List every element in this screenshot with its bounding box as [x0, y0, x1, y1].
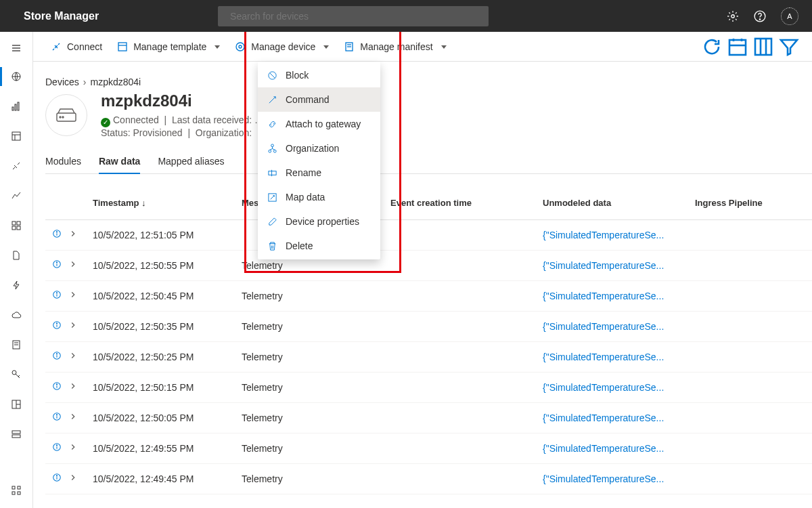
info-icon[interactable]	[52, 412, 62, 423]
table-row[interactable]: 10/5/2022, 12:49:45 PMTelemetry{"Simulat…	[45, 464, 812, 494]
cell-unmodeled[interactable]: {"SimulatedTemperatureSe...	[543, 230, 695, 240]
avatar[interactable]: A	[781, 7, 798, 25]
info-icon[interactable]	[52, 229, 62, 240]
dropdown-command[interactable]: Command	[258, 87, 380, 112]
dropdown-delete[interactable]: Delete	[258, 234, 380, 258]
hamburger-icon[interactable]	[0, 35, 32, 62]
expand-icon[interactable]	[68, 229, 78, 240]
expand-icon[interactable]	[68, 320, 78, 332]
main: Connect Manage template Manage device Ma…	[33, 32, 812, 508]
table-row[interactable]: 10/5/2022, 12:50:35 PMTelemetry{"Simulat…	[45, 312, 812, 342]
info-icon[interactable]	[52, 320, 62, 332]
svg-point-59	[56, 232, 57, 232]
nav-chart[interactable]	[0, 91, 32, 121]
table-row[interactable]: 10/5/2022, 12:50:05 PMTelemetry{"Simulat…	[45, 403, 812, 433]
expand-icon[interactable]	[68, 259, 78, 271]
svg-rect-11	[18, 102, 19, 110]
expand-icon[interactable]	[68, 442, 78, 454]
svg-line-47	[270, 72, 275, 78]
nav-cloud[interactable]	[0, 300, 32, 330]
calendar-button[interactable]	[727, 36, 748, 58]
info-icon[interactable]	[52, 290, 62, 301]
svg-point-35	[239, 45, 242, 48]
info-icon[interactable]	[52, 259, 62, 271]
search-input[interactable]	[230, 11, 482, 22]
connect-button[interactable]: Connect	[45, 37, 108, 56]
table-row[interactable]: 10/5/2022, 12:49:55 PMTelemetry{"Simulat…	[45, 433, 812, 464]
cell-unmodeled[interactable]: {"SimulatedTemperatureSe...	[543, 443, 695, 454]
nav-doc[interactable]	[0, 330, 32, 360]
nav-globe[interactable]	[0, 62, 32, 91]
nav-link[interactable]	[0, 151, 32, 181]
nav-layout[interactable]	[0, 389, 32, 419]
cell-unmodeled[interactable]: {"SimulatedTemperatureSe...	[543, 352, 695, 362]
cell-unmodeled[interactable]: {"SimulatedTemperatureSe...	[543, 321, 695, 332]
col-timestamp[interactable]: Timestamp ↓	[93, 198, 242, 208]
col-event-creation[interactable]: Event creation time	[390, 198, 543, 208]
expand-icon[interactable]	[68, 412, 78, 423]
nav-bolt[interactable]	[0, 270, 32, 300]
chevron-right-icon: ›	[83, 77, 87, 87]
dropdown-attach[interactable]: Attach to gateway	[258, 112, 380, 136]
dropdown-rename[interactable]: Rename	[258, 161, 380, 185]
svg-point-77	[56, 415, 57, 415]
svg-rect-39	[729, 40, 746, 55]
table-row[interactable]: 10/5/2022, 12:50:45 PMTelemetry{"Simulat…	[45, 281, 812, 312]
breadcrumb-root[interactable]: Devices	[45, 77, 79, 87]
svg-point-49	[269, 150, 271, 152]
nav-analytics[interactable]	[0, 181, 32, 211]
cell-type: Telemetry	[242, 382, 390, 393]
nav-key[interactable]	[0, 360, 32, 389]
cell-unmodeled[interactable]: {"SimulatedTemperatureSe...	[543, 291, 695, 301]
help-icon[interactable]	[754, 10, 766, 22]
filter-button[interactable]	[778, 36, 800, 58]
sort-down-icon: ↓	[141, 198, 146, 208]
col-unmodeled[interactable]: Unmodeled data	[543, 198, 695, 208]
dropdown-map-data[interactable]: Map data	[258, 185, 380, 209]
svg-point-2	[731, 14, 735, 18]
cell-type: Telemetry	[242, 412, 390, 423]
nav-server[interactable]	[0, 419, 32, 449]
dropdown-block[interactable]: Block	[258, 63, 380, 87]
info-icon[interactable]	[52, 381, 62, 393]
expand-icon[interactable]	[68, 381, 78, 393]
cell-unmodeled[interactable]: {"SimulatedTemperatureSe...	[543, 382, 695, 393]
refresh-button[interactable]	[701, 36, 723, 58]
nav-apps[interactable]	[0, 475, 32, 505]
info-icon[interactable]	[52, 442, 62, 454]
tab-raw-data[interactable]: Raw data	[99, 150, 140, 173]
cell-type: Telemetry	[242, 321, 390, 332]
info-icon[interactable]	[52, 473, 62, 484]
expand-icon[interactable]	[68, 473, 78, 484]
settings-icon[interactable]	[727, 10, 739, 22]
dropdown-organization[interactable]: Organization	[258, 136, 380, 161]
cell-type: Telemetry	[242, 443, 390, 454]
expand-icon[interactable]	[68, 351, 78, 362]
svg-point-74	[56, 384, 57, 385]
command-bar: Connect Manage template Manage device Ma…	[33, 32, 812, 62]
cell-unmodeled[interactable]: {"SimulatedTemperatureSe...	[543, 473, 695, 484]
nav-file[interactable]	[0, 240, 32, 270]
nav-grid[interactable]	[0, 211, 32, 240]
col-ingress[interactable]: Ingress Pipeline	[695, 198, 812, 208]
cell-unmodeled[interactable]: {"SimulatedTemperatureSe...	[543, 412, 695, 423]
tab-modules[interactable]: Modules	[45, 150, 81, 173]
cell-unmodeled[interactable]: {"SimulatedTemperatureSe...	[543, 260, 695, 271]
manage-device-button[interactable]: Manage device	[229, 37, 334, 56]
table-row[interactable]: 10/5/2022, 12:50:25 PMTelemetry{"Simulat…	[45, 342, 812, 373]
global-search[interactable]	[218, 6, 489, 26]
cell-type: Telemetry	[242, 260, 390, 271]
manage-template-button[interactable]: Manage template	[112, 37, 225, 56]
svg-point-80	[56, 445, 57, 446]
dropdown-device-properties[interactable]: Device properties	[258, 209, 380, 234]
cell-timestamp: 10/5/2022, 12:50:15 PM	[93, 382, 242, 393]
tab-mapped-aliases[interactable]: Mapped aliases	[158, 150, 224, 173]
table-row[interactable]: 10/5/2022, 12:51:05 PM{"SimulatedTempera…	[45, 220, 812, 251]
columns-button[interactable]	[752, 36, 774, 58]
table-row[interactable]: 10/5/2022, 12:50:15 PMTelemetry{"Simulat…	[45, 373, 812, 403]
table-row[interactable]: 10/5/2022, 12:50:55 PMTelemetry{"Simulat…	[45, 251, 812, 281]
manage-manifest-button[interactable]: Manage manifest	[338, 37, 451, 56]
info-icon[interactable]	[52, 351, 62, 362]
nav-table[interactable]	[0, 121, 32, 151]
expand-icon[interactable]	[68, 290, 78, 301]
